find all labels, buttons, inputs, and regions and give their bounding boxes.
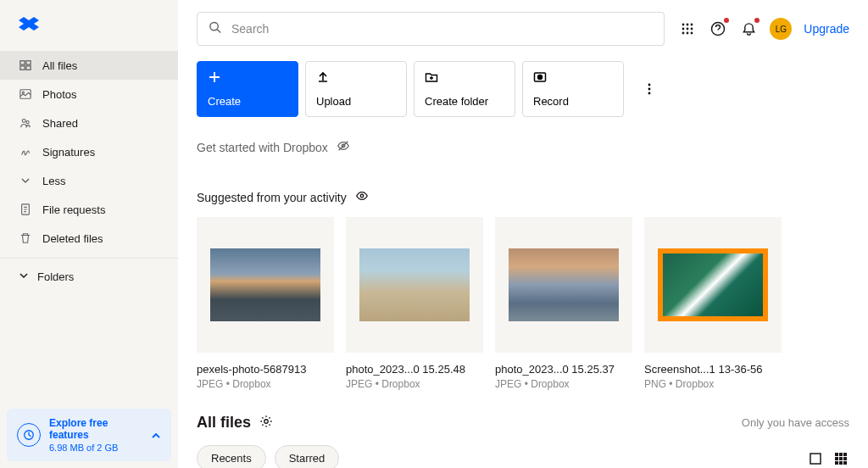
search-wrap — [197, 12, 665, 46]
svg-point-23 — [648, 84, 651, 86]
file-meta: PNG • Dropbox — [644, 378, 782, 390]
svg-point-27 — [360, 194, 364, 198]
folders-label: Folders — [37, 270, 74, 283]
eye-icon[interactable] — [355, 189, 369, 205]
svg-rect-0 — [20, 61, 25, 64]
file-name: Screenshot...1 13-36-56 — [644, 363, 782, 376]
svg-point-7 — [26, 121, 29, 124]
upgrade-link[interactable]: Upgrade — [804, 22, 849, 36]
storage-subtitle: 6.98 MB of 2 GB — [49, 443, 142, 453]
svg-point-19 — [691, 32, 693, 35]
list-view-icon[interactable] — [807, 450, 824, 467]
svg-rect-2 — [20, 66, 25, 70]
logo-area — [0, 0, 178, 51]
file-name: photo_2023...0 15.25.48 — [346, 363, 483, 376]
help-icon[interactable] — [709, 20, 727, 38]
file-thumbnail — [495, 217, 632, 353]
svg-rect-36 — [835, 461, 838, 465]
record-button[interactable]: Record — [522, 61, 624, 117]
svg-rect-33 — [835, 457, 838, 460]
file-name: photo_2023...0 15.25.37 — [495, 363, 632, 376]
svg-rect-30 — [835, 453, 838, 456]
bell-icon[interactable] — [739, 20, 758, 38]
svg-point-22 — [538, 75, 542, 80]
topbar: LG Upgrade — [197, 0, 849, 58]
svg-rect-4 — [20, 90, 31, 99]
plus-icon — [208, 70, 221, 84]
svg-point-14 — [682, 28, 685, 31]
allfiles-icon — [19, 58, 32, 72]
upload-button[interactable]: Upload — [305, 61, 407, 117]
view-toggles — [807, 450, 849, 467]
svg-rect-29 — [810, 454, 821, 464]
file-card[interactable]: Screenshot...1 13-36-56 PNG • Dropbox — [644, 217, 782, 390]
badge-dot — [754, 18, 760, 23]
create-folder-button[interactable]: Create folder — [414, 61, 515, 117]
file-card[interactable]: pexels-photo-5687913 JPEG • Dropbox — [197, 217, 334, 390]
sidebar: All files Photos Shared Signatures Less … — [0, 0, 178, 468]
sidebar-item-signatures[interactable]: Signatures — [0, 137, 178, 166]
upload-label: Upload — [316, 95, 396, 108]
svg-point-16 — [691, 28, 693, 31]
folders-header[interactable]: Folders — [0, 259, 178, 295]
svg-rect-37 — [839, 461, 843, 465]
svg-rect-34 — [839, 457, 843, 460]
nav-list: All files Photos Shared Signatures Less … — [0, 51, 178, 253]
file-name: pexels-photo-5687913 — [197, 363, 334, 376]
sidebar-item-shared[interactable]: Shared — [0, 109, 178, 137]
sidebar-item-file-requests[interactable]: File requests — [0, 195, 178, 224]
record-icon — [533, 70, 547, 84]
storage-box[interactable]: Explore free features 6.98 MB of 2 GB — [7, 409, 171, 461]
svg-point-12 — [687, 24, 689, 26]
chip-starred[interactable]: Starred — [275, 445, 340, 468]
folder-plus-icon — [425, 70, 438, 84]
dropbox-logo-icon[interactable] — [19, 24, 39, 38]
grid-view-icon[interactable] — [832, 450, 849, 467]
sidebar-item-all-files[interactable]: All files — [0, 51, 178, 80]
svg-point-17 — [682, 32, 685, 35]
file-meta: JPEG • Dropbox — [197, 378, 334, 390]
sidebar-item-label: Less — [42, 175, 65, 187]
upload-icon — [316, 70, 330, 84]
svg-rect-35 — [843, 457, 847, 460]
file-card[interactable]: photo_2023...0 15.25.37 JPEG • Dropbox — [495, 217, 632, 390]
create-folder-label: Create folder — [425, 95, 504, 108]
deleted-icon — [19, 231, 32, 245]
svg-rect-32 — [843, 453, 847, 456]
svg-rect-31 — [839, 453, 843, 456]
main-content: LG Upgrade Create Upload Create folder R… — [178, 0, 868, 468]
sidebar-item-photos[interactable]: Photos — [0, 80, 178, 109]
access-text: Only you have access — [742, 416, 849, 429]
svg-point-25 — [648, 92, 651, 95]
chip-recents[interactable]: Recents — [197, 445, 266, 468]
svg-rect-1 — [26, 61, 31, 64]
more-vertical-icon[interactable] — [641, 81, 658, 98]
sidebar-item-deleted[interactable]: Deleted files — [0, 224, 178, 253]
svg-point-24 — [648, 88, 651, 91]
allfiles-title: All files — [197, 414, 251, 432]
create-label: Create — [208, 95, 287, 108]
get-started-row: Get started with Dropbox — [197, 139, 849, 155]
eye-off-icon[interactable] — [337, 139, 350, 155]
svg-point-28 — [264, 419, 268, 422]
file-card[interactable]: photo_2023...0 15.25.48 JPEG • Dropbox — [346, 217, 483, 390]
sidebar-item-label: Shared — [42, 117, 78, 130]
create-button[interactable]: Create — [197, 61, 298, 117]
search-input[interactable] — [197, 12, 665, 46]
allfiles-header: All files Only you have access — [197, 414, 849, 432]
file-thumbnail — [346, 217, 483, 353]
file-thumbnail — [197, 217, 334, 353]
avatar[interactable]: LG — [770, 18, 792, 40]
badge-dot — [724, 18, 729, 23]
suggested-grid: pexels-photo-5687913 JPEG • Dropbox phot… — [197, 217, 849, 390]
svg-point-18 — [687, 32, 689, 35]
top-actions: LG Upgrade — [678, 18, 849, 40]
sidebar-item-label: Signatures — [42, 146, 95, 159]
record-label: Record — [533, 95, 613, 108]
get-started-label: Get started with Dropbox — [197, 141, 328, 154]
sidebar-item-label: Photos — [42, 88, 76, 101]
sidebar-item-less[interactable]: Less — [0, 166, 178, 195]
apps-icon[interactable] — [678, 20, 697, 38]
gear-icon[interactable] — [259, 415, 273, 432]
filter-row: Recents Starred — [197, 445, 849, 468]
